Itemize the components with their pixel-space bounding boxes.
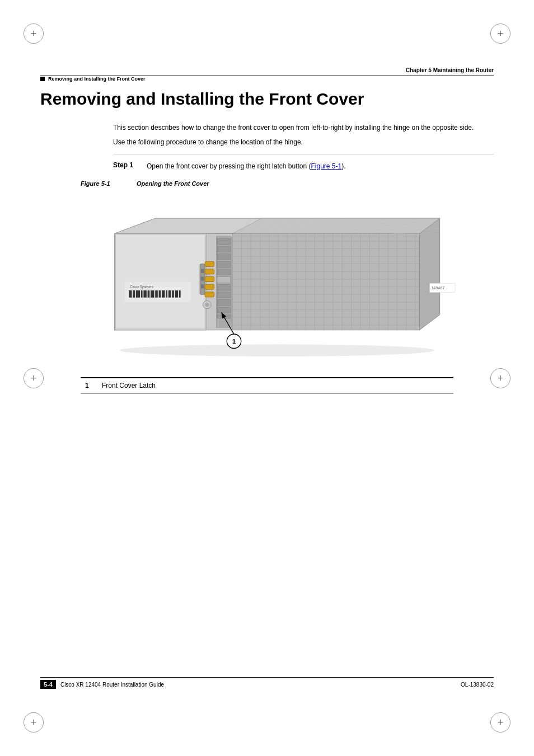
header-chapter: Chapter 5 Maintaining the Router — [406, 67, 494, 73]
svg-rect-21 — [175, 290, 178, 297]
svg-point-0 — [120, 344, 435, 356]
svg-rect-8 — [129, 290, 132, 297]
main-content: Removing and Installing the Front Cover … — [40, 90, 494, 644]
svg-rect-24 — [201, 269, 204, 273]
reg-mark-bot-left — [24, 712, 44, 732]
figure-link[interactable]: Figure 5-1 — [311, 162, 342, 170]
router-figure: Cisco Systems — [74, 192, 460, 366]
header-bar: Chapter 5 Maintaining the Router — [40, 65, 494, 76]
step-1-text: Open the front cover by pressing the rig… — [147, 161, 494, 171]
svg-rect-38 — [217, 276, 231, 283]
svg-rect-29 — [205, 276, 214, 281]
svg-rect-40 — [217, 292, 231, 298]
page-title: Removing and Installing the Front Cover — [40, 90, 494, 109]
svg-rect-30 — [205, 284, 214, 289]
section-divider — [113, 154, 494, 154]
step-1-row: Step 1 Open the front cover by pressing … — [113, 161, 494, 171]
svg-rect-31 — [205, 292, 214, 297]
svg-rect-44 — [232, 233, 419, 330]
svg-rect-18 — [166, 290, 167, 297]
svg-rect-14 — [151, 290, 154, 297]
svg-rect-20 — [172, 290, 174, 297]
svg-rect-28 — [205, 269, 214, 274]
svg-rect-34 — [217, 246, 231, 252]
svg-rect-36 — [217, 261, 231, 267]
svg-marker-2 — [419, 218, 439, 330]
breadcrumb: Removing and Installing the Front Cover — [40, 76, 494, 82]
svg-point-101 — [205, 302, 209, 306]
breadcrumb-icon — [40, 77, 45, 81]
svg-rect-16 — [159, 290, 161, 297]
body-paragraph-1: This section describes how to change the… — [113, 123, 494, 133]
footer-doc-title: Cisco XR 12404 Router Installation Guide — [60, 682, 164, 688]
svg-rect-35 — [217, 253, 231, 260]
svg-text:1: 1 — [232, 337, 236, 345]
svg-rect-13 — [148, 290, 150, 297]
footer-left: 5-4 Cisco XR 12404 Router Installation G… — [40, 680, 164, 689]
router-illustration: Cisco Systems — [74, 192, 460, 366]
reg-mark-top-right — [490, 24, 510, 44]
page-number-badge: 5-4 — [40, 680, 56, 689]
svg-rect-33 — [217, 238, 231, 245]
svg-rect-9 — [133, 290, 135, 297]
step-1-label: Step 1 — [113, 161, 147, 169]
svg-rect-17 — [162, 290, 165, 297]
svg-rect-10 — [136, 290, 140, 297]
reg-mark-bot-right — [490, 712, 510, 732]
svg-rect-25 — [201, 276, 204, 280]
svg-rect-27 — [205, 261, 214, 266]
callout-number-1: 1 — [85, 382, 102, 389]
body-paragraph-2: Use the following procedure to change th… — [113, 137, 494, 147]
svg-rect-26 — [201, 284, 204, 288]
svg-rect-12 — [143, 290, 146, 297]
svg-rect-41 — [217, 299, 231, 306]
callout-description-1: Front Cover Latch — [102, 382, 156, 389]
page-footer: 5-4 Cisco XR 12404 Router Installation G… — [40, 677, 494, 689]
callout-row-1: 1 Front Cover Latch — [81, 378, 453, 393]
svg-rect-22 — [179, 290, 181, 297]
figure-label: Figure 5-1 — [81, 180, 125, 187]
svg-rect-39 — [217, 284, 231, 290]
svg-rect-37 — [217, 269, 231, 275]
footer-doc-number: OL-13830-02 — [461, 682, 494, 688]
body-text-area: This section describes how to change the… — [113, 123, 494, 147]
reg-mark-top-left — [24, 24, 44, 44]
svg-rect-19 — [168, 290, 171, 297]
step-1-text-after: ). — [341, 162, 345, 170]
callout-table: 1 Front Cover Latch — [81, 377, 453, 394]
figure-title: Opening the Front Cover — [137, 180, 209, 187]
figure-caption: Figure 5-1 Opening the Front Cover — [81, 180, 494, 187]
svg-text:Cisco Systems: Cisco Systems — [130, 285, 154, 289]
svg-rect-11 — [141, 290, 143, 297]
svg-text:149467: 149467 — [431, 285, 444, 290]
breadcrumb-text: Removing and Installing the Front Cover — [48, 76, 146, 82]
svg-rect-15 — [155, 290, 158, 297]
svg-rect-42 — [217, 307, 231, 313]
step-1-text-before: Open the front cover by pressing the rig… — [147, 162, 311, 170]
